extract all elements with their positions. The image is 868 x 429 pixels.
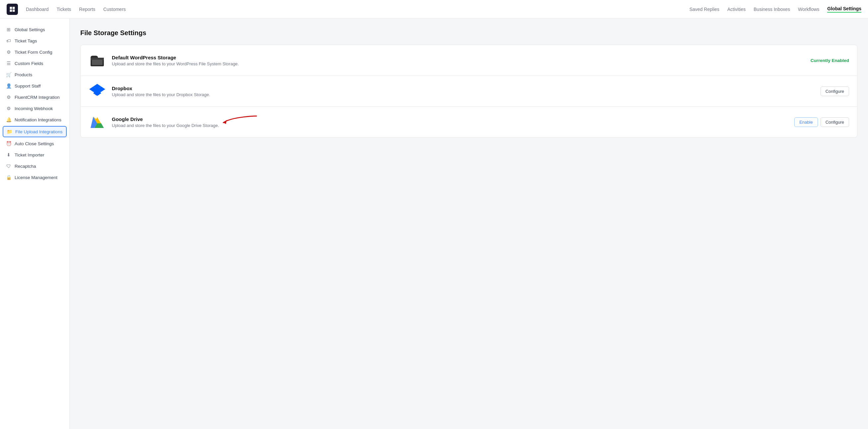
- sidebar-label-notification-integrations: Notification Integrations: [14, 118, 61, 122]
- svg-rect-2: [92, 60, 102, 65]
- sidebar-item-products[interactable]: 🛒 Products: [0, 69, 69, 80]
- nav-tickets[interactable]: Tickets: [57, 5, 71, 13]
- sidebar-label-products: Products: [14, 72, 32, 77]
- grid-icon: ⊞: [6, 27, 11, 32]
- storage-item-wordpress: Default WordPress Storage Upload and sto…: [81, 45, 857, 76]
- wordpress-logo: [89, 52, 106, 69]
- dropbox-info: Dropbox Upload and store the files to yo…: [112, 86, 820, 97]
- dropbox-configure-button[interactable]: Configure: [820, 87, 849, 96]
- wordpress-description: Upload and store the files to your WordP…: [112, 61, 811, 66]
- folder-icon: 📁: [7, 129, 12, 134]
- googledrive-name: Google Drive: [112, 117, 794, 122]
- sidebar-label-recaptcha: Recaptcha: [14, 164, 36, 169]
- gear-icon: ⚙: [6, 50, 11, 55]
- nav-global-settings[interactable]: Global Settings: [827, 6, 861, 12]
- sidebar-label-global-settings: Global Settings: [14, 27, 45, 32]
- main-content: File Storage Settings: [70, 19, 868, 429]
- wordpress-action: Currently Enabled: [811, 58, 849, 63]
- nav-customers[interactable]: Customers: [103, 5, 126, 13]
- shield-icon: 🛡: [6, 163, 11, 169]
- download-icon: ⬇: [6, 152, 11, 158]
- sidebar-item-ticket-form-config[interactable]: ⚙ Ticket Form Config: [0, 46, 69, 58]
- sidebar-item-incoming-webhook[interactable]: ⚙ Incoming Webhook: [0, 103, 69, 114]
- sidebar-item-notification-integrations[interactable]: 🔔 Notification Integrations: [0, 114, 69, 125]
- user-icon: 👤: [6, 83, 11, 89]
- page-title: File Storage Settings: [80, 29, 857, 37]
- sidebar-label-ticket-tags: Ticket Tags: [14, 38, 37, 43]
- sidebar-label-support-staff: Support Staff: [14, 84, 41, 89]
- sidebar-item-ticket-tags[interactable]: 🏷 Ticket Tags: [0, 35, 69, 46]
- app-logo[interactable]: [7, 4, 18, 15]
- wordpress-info: Default WordPress Storage Upload and sto…: [112, 55, 811, 66]
- googledrive-description: Upload and store the files to your Googl…: [112, 123, 794, 128]
- sidebar-label-file-upload-integrations: File Upload Integrations: [15, 129, 63, 134]
- sidebar-item-fluentcrm[interactable]: ⚙ FluentCRM Integration: [0, 92, 69, 103]
- nav-activities[interactable]: Activities: [727, 7, 746, 12]
- lock-icon: 🔒: [6, 175, 11, 180]
- topnav-left-links: Dashboard Tickets Reports Customers: [26, 5, 126, 13]
- sidebar-label-incoming-webhook: Incoming Webhook: [14, 106, 53, 111]
- clock-icon: ⏰: [6, 141, 11, 146]
- sidebar-label-fluentcrm: FluentCRM Integration: [14, 95, 60, 100]
- dropbox-icon: [89, 83, 105, 99]
- sidebar-item-global-settings[interactable]: ⊞ Global Settings: [0, 24, 69, 35]
- sidebar-item-support-staff[interactable]: 👤 Support Staff: [0, 80, 69, 92]
- topnav-right-links: Saved Replies Activities Business Inboxe…: [689, 6, 861, 12]
- storage-item-dropbox: Dropbox Upload and store the files to yo…: [81, 76, 857, 107]
- nav-business-inboxes[interactable]: Business Inboxes: [753, 7, 790, 12]
- integration-icon: ⚙: [6, 95, 11, 100]
- nav-saved-replies[interactable]: Saved Replies: [689, 7, 719, 12]
- topnav: Dashboard Tickets Reports Customers Save…: [0, 0, 868, 19]
- googledrive-enable-button[interactable]: Enable: [794, 118, 817, 127]
- storage-providers-list: Default WordPress Storage Upload and sto…: [80, 45, 857, 138]
- googledrive-info: Google Drive Upload and store the files …: [112, 117, 794, 128]
- bell-icon: 🔔: [6, 117, 11, 122]
- googledrive-icon: [89, 114, 105, 130]
- sidebar-label-license-management: License Management: [14, 175, 57, 180]
- dropbox-name: Dropbox: [112, 86, 820, 91]
- wordpress-folder-icon: [89, 53, 105, 68]
- sidebar-item-auto-close-settings[interactable]: ⏰ Auto Close Settings: [0, 138, 69, 149]
- sidebar-item-ticket-importer[interactable]: ⬇ Ticket Importer: [0, 149, 69, 161]
- storage-item-googledrive: Google Drive Upload and store the files …: [81, 107, 857, 137]
- sidebar-item-recaptcha[interactable]: 🛡 Recaptcha: [0, 161, 69, 172]
- wordpress-name: Default WordPress Storage: [112, 55, 811, 60]
- sidebar-item-custom-fields[interactable]: ☰ Custom Fields: [0, 58, 69, 69]
- sidebar-label-ticket-form-config: Ticket Form Config: [14, 50, 53, 55]
- currently-enabled-label: Currently Enabled: [811, 58, 849, 63]
- googledrive-configure-button[interactable]: Configure: [820, 118, 849, 127]
- sidebar-label-ticket-importer: Ticket Importer: [14, 153, 44, 158]
- nav-workflows[interactable]: Workflows: [798, 7, 819, 12]
- webhook-icon: ⚙: [6, 106, 11, 111]
- list-icon: ☰: [6, 61, 11, 66]
- dropbox-logo: [89, 82, 106, 100]
- cart-icon: 🛒: [6, 72, 11, 77]
- tag-icon: 🏷: [6, 38, 11, 43]
- sidebar: ⊞ Global Settings 🏷 Ticket Tags ⚙ Ticket…: [0, 19, 70, 429]
- sidebar-item-license-management[interactable]: 🔒 License Management: [0, 172, 69, 183]
- nav-reports[interactable]: Reports: [79, 5, 95, 13]
- googledrive-action: Enable Configure: [794, 118, 849, 127]
- nav-dashboard[interactable]: Dashboard: [26, 5, 49, 13]
- googledrive-logo: [89, 113, 106, 131]
- sidebar-label-custom-fields: Custom Fields: [14, 61, 43, 66]
- page-layout: ⊞ Global Settings 🏷 Ticket Tags ⚙ Ticket…: [0, 19, 868, 429]
- dropbox-action: Configure: [820, 87, 849, 96]
- dropbox-description: Upload and store the files to your Dropb…: [112, 92, 820, 97]
- logo-icon: [9, 6, 16, 12]
- sidebar-item-file-upload-integrations[interactable]: 📁 File Upload Integrations: [3, 126, 67, 137]
- sidebar-label-auto-close-settings: Auto Close Settings: [14, 141, 54, 146]
